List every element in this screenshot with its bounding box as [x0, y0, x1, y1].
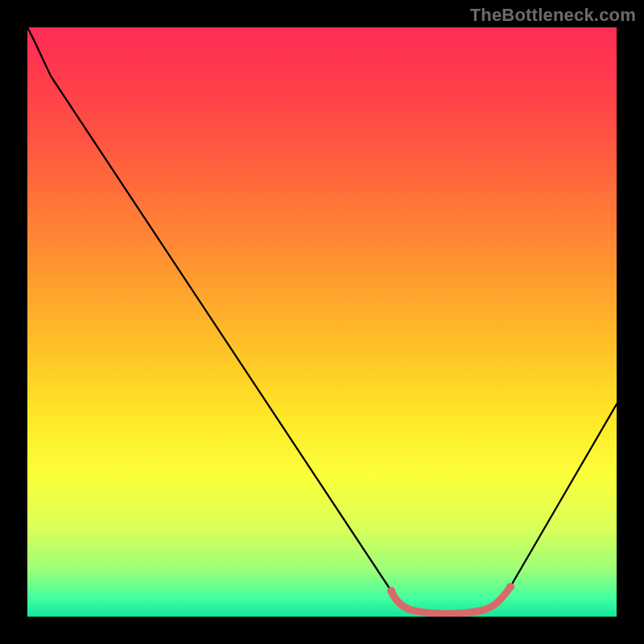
watermark-text: TheBottleneck.com — [470, 5, 636, 26]
chart-frame: TheBottleneck.com — [0, 0, 644, 644]
plot-gradient-background — [27, 27, 617, 617]
